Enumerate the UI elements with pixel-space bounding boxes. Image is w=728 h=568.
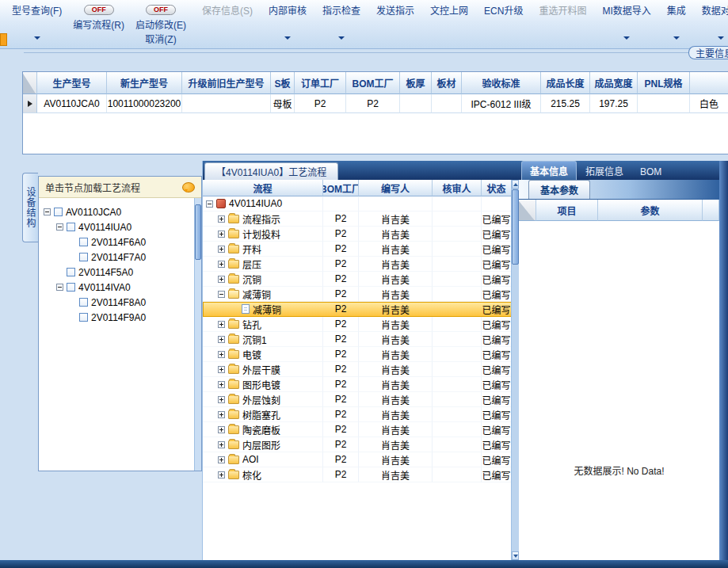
flow-row[interactable]: 4V0114IUA0: [203, 196, 519, 212]
scroll-down-button[interactable]: [512, 551, 519, 560]
expand-icon[interactable]: [218, 396, 225, 403]
tree-node[interactable]: 2V0114F9A0: [39, 310, 201, 325]
flow-row[interactable]: 棕化P2肖吉美已编写: [203, 467, 519, 482]
tree-node[interactable]: 4V0114IVA0: [39, 280, 201, 295]
tree-node[interactable]: 2V0114F8A0: [39, 295, 201, 310]
expand-icon[interactable]: [218, 411, 225, 418]
flow-row[interactable]: 沉铜1P2肖吉美已编写: [203, 332, 519, 347]
grid-column-header[interactable]: 板厚: [400, 72, 432, 94]
flow-scrollbar-thumb[interactable]: [512, 189, 519, 265]
dropdown-arrow-icon[interactable]: [623, 36, 630, 40]
grid-column-header[interactable]: PNL规格: [638, 72, 690, 94]
collapse-icon[interactable]: [206, 200, 213, 208]
flow-scrollbar[interactable]: [511, 180, 519, 560]
flow-row[interactable]: 内层图形P2肖吉美已编写: [203, 437, 519, 452]
tree-node[interactable]: 2V0114F5A0: [39, 265, 201, 280]
scroll-up-button[interactable]: [512, 180, 519, 189]
start-modify-secondary-button[interactable]: 取消(Z): [145, 32, 176, 45]
flow-column-header[interactable]: 核审人: [433, 180, 482, 196]
grid-column-header[interactable]: 成品长度: [541, 72, 590, 94]
send-instruction-button[interactable]: 发送指示: [371, 2, 420, 47]
model-query-button[interactable]: 型号查询(F): [6, 2, 67, 47]
flow-row[interactable]: AOIP2肖吉美已编写: [203, 452, 519, 467]
tree-node[interactable]: 4V0114IUA0: [39, 219, 201, 234]
grid-row-selector[interactable]: [23, 94, 37, 113]
internal-audit-button[interactable]: 内部审核: [263, 2, 312, 47]
grid-column-header[interactable]: S板: [271, 72, 295, 94]
dropdown-arrow-icon[interactable]: [284, 36, 291, 40]
tab-basic-parameters[interactable]: 基本参数: [528, 180, 590, 199]
panel-scrollbar-vertical[interactable]: [719, 161, 728, 560]
start-modify-button[interactable]: OFF启动修改(E)取消(Z): [130, 2, 192, 47]
flow-column-header[interactable]: BOM工厂: [323, 180, 359, 196]
grid-column-header[interactable]: 成品宽度: [590, 72, 638, 94]
instruction-check-button[interactable]: 指示检查: [317, 2, 366, 47]
expand-icon[interactable]: [218, 246, 225, 253]
tab-bom[interactable]: BOM: [632, 164, 669, 180]
grid-column-header[interactable]: BOM工厂: [346, 72, 400, 94]
integrate-button[interactable]: 集成: [661, 2, 692, 47]
flow-row[interactable]: 减薄铜P2肖吉美已编写: [203, 302, 519, 317]
expand-icon[interactable]: [218, 231, 225, 238]
flow-row[interactable]: 外层干膜P2肖吉美已编写: [203, 362, 519, 377]
param-column-header[interactable]: 项目: [536, 200, 598, 221]
grid-column-header[interactable]: 验收标准: [462, 72, 541, 94]
tab-device-structure[interactable]: 设备结构: [22, 173, 38, 242]
flow-row[interactable]: 电镀P2肖吉美已编写: [203, 347, 519, 362]
tree-scrollbar[interactable]: [194, 198, 201, 471]
flow-title-tab[interactable]: 【4V0114IUA0】工艺流程: [204, 162, 338, 180]
expand-icon[interactable]: [218, 351, 225, 358]
flow-row[interactable]: 层压P2肖吉美已编写: [203, 257, 519, 272]
grid-column-header[interactable]: 订单工厂: [295, 72, 346, 94]
grid-data-row[interactable]: AV0110JCA010011000023200母板P2P2IPC-6012 I…: [23, 94, 728, 113]
tree-scrollbar-thumb[interactable]: [195, 204, 201, 260]
expand-icon[interactable]: [218, 276, 225, 283]
tree-node[interactable]: 2V0114F7A0: [39, 250, 201, 265]
expand-icon[interactable]: [218, 381, 225, 388]
mi-data-import-button[interactable]: MI数据导入: [597, 2, 656, 47]
expand-icon[interactable]: [218, 336, 225, 343]
flow-row[interactable]: 流程指示P2肖吉美已编写: [203, 212, 519, 227]
flow-row[interactable]: 计划投料P2肖吉美已编写: [203, 227, 519, 242]
grid-column-header[interactable]: [690, 72, 728, 94]
collapse-icon[interactable]: [56, 284, 63, 291]
flow-row[interactable]: 减薄铜P2肖吉美已编写: [203, 287, 519, 302]
grid-column-header[interactable]: 升级前旧生产型号: [182, 72, 271, 94]
expand-icon[interactable]: [218, 471, 225, 478]
expand-icon[interactable]: [218, 215, 225, 223]
flow-row[interactable]: 陶瓷磨板P2肖吉美已编写: [203, 422, 519, 437]
tab-basic-info[interactable]: 基本信息: [521, 161, 577, 180]
dropdown-arrow-icon[interactable]: [673, 36, 680, 40]
grid-column-header[interactable]: 生产型号: [37, 72, 107, 94]
data-compare-button[interactable]: 数据对比: [696, 2, 728, 47]
tab-extended-info[interactable]: 拓展信息: [577, 162, 631, 180]
expand-icon[interactable]: [218, 441, 225, 448]
flow-column-header[interactable]: 状态: [482, 180, 512, 196]
expand-icon[interactable]: [218, 321, 225, 328]
dropdown-arrow-icon[interactable]: [718, 36, 724, 40]
flow-column-header[interactable]: 编写人: [359, 180, 433, 196]
flow-row[interactable]: 钻孔P2肖吉美已编写: [203, 317, 519, 332]
ecn-upgrade-button[interactable]: ECN升级: [478, 2, 528, 47]
expand-icon[interactable]: [218, 366, 225, 373]
grid-column-header[interactable]: 板材: [432, 72, 462, 94]
expand-icon[interactable]: [218, 456, 225, 463]
tree-node[interactable]: AV0110JCA0: [39, 204, 201, 219]
expand-icon[interactable]: [218, 261, 225, 268]
flow-row[interactable]: 图形电镀P2肖吉美已编写: [203, 377, 519, 392]
collapse-icon[interactable]: [218, 291, 225, 298]
flow-row[interactable]: 开料P2肖吉美已编写: [203, 242, 519, 257]
flow-row[interactable]: 沉铜P2肖吉美已编写: [203, 272, 519, 287]
flow-row[interactable]: 树脂塞孔P2肖吉美已编写: [203, 407, 519, 422]
dropdown-arrow-icon[interactable]: [338, 36, 345, 40]
tree-node[interactable]: 2V0114F6A0: [39, 234, 201, 250]
flow-column-header[interactable]: 流程: [203, 180, 323, 196]
write-flow-button[interactable]: OFF编写流程(R): [67, 2, 130, 47]
collapse-icon[interactable]: [56, 223, 63, 231]
param-column-header[interactable]: 参数: [598, 200, 703, 221]
doc-control-upload-button[interactable]: 文控上网: [425, 2, 474, 47]
flow-row[interactable]: 外层蚀刻P2肖吉美已编写: [203, 392, 519, 407]
dropdown-arrow-icon[interactable]: [34, 36, 40, 40]
grid-column-header[interactable]: 新生产型号: [107, 72, 182, 94]
collapse-icon[interactable]: [44, 208, 51, 215]
